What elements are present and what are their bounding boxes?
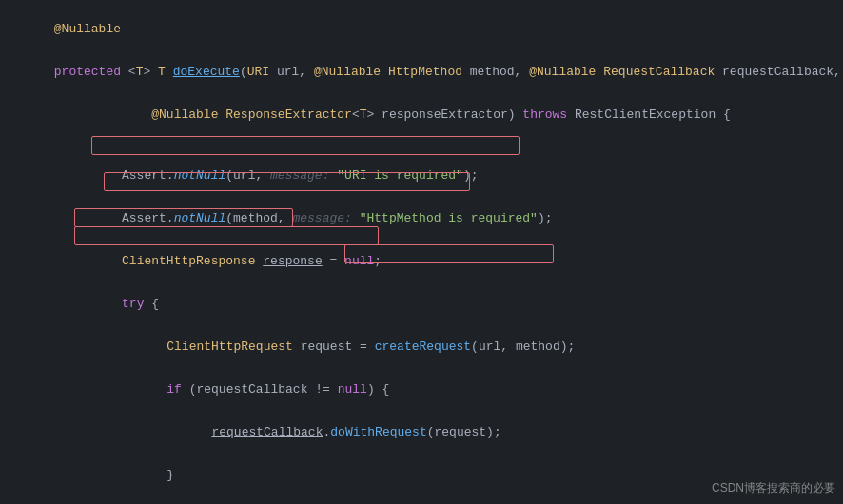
line-6: Assert.notNull(method, message: "HttpMet… <box>0 197 843 240</box>
line-9: ClientHttpRequest request = createReques… <box>0 325 843 368</box>
line-13 <box>0 496 843 504</box>
line-3: @Nullable ResponseExtractor<T> responseE… <box>0 93 843 136</box>
line-2: protected <T> T doExecute(URI url, @Null… <box>0 50 843 93</box>
line-7: ClientHttpResponse response = null; <box>0 240 843 282</box>
line-11: requestCallback.doWithRequest(request); <box>0 411 843 454</box>
line-5: Assert.notNull(url, message: "URI is req… <box>0 154 843 197</box>
code-viewer: @Nullable protected <T> T doExecute(URI … <box>0 0 843 504</box>
line-4 <box>0 136 843 154</box>
line-10: if (requestCallback != null) { <box>0 368 843 411</box>
line-8: try { <box>0 282 843 325</box>
watermark: CSDN博客搜索商的必要 <box>712 480 835 496</box>
line-1: @Nullable <box>0 8 843 50</box>
